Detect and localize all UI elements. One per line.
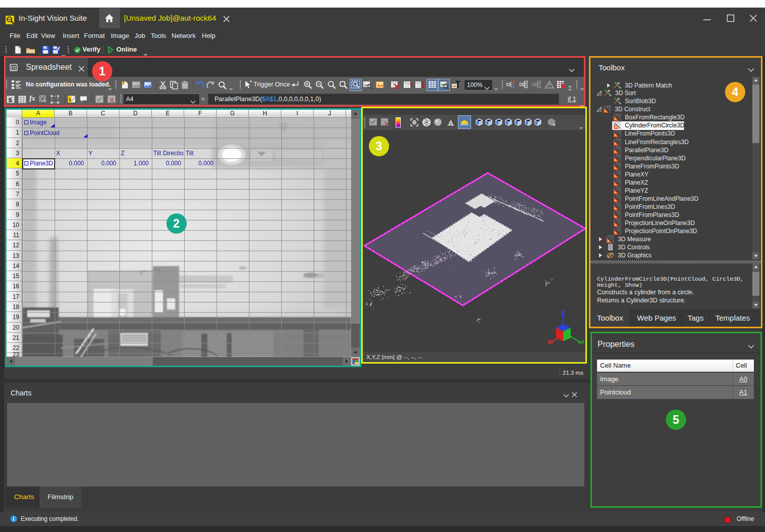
svg-text:1: 1 (69, 97, 71, 102)
svg-text:$: $ (9, 97, 12, 103)
svg-text:X: X (547, 339, 551, 345)
svg-text:Z: Z (561, 309, 565, 316)
svg-text:Y: Y (581, 339, 585, 345)
